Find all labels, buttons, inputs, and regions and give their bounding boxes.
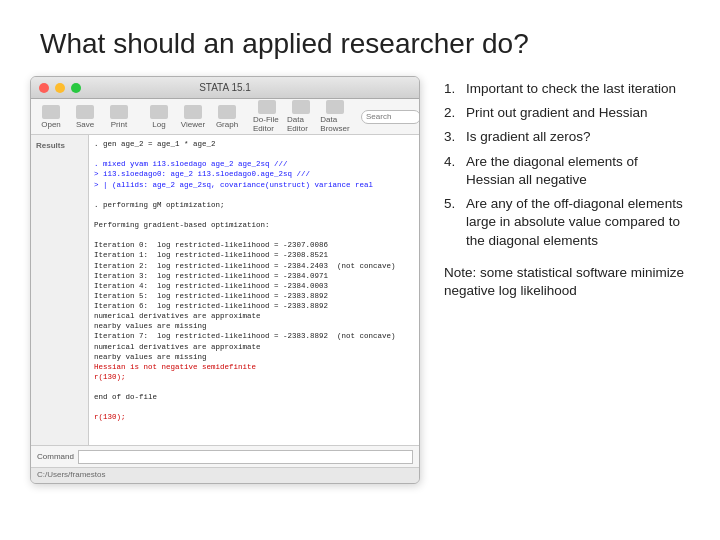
output-line: Iteration 5: log restricted-likelihood =… <box>94 291 414 301</box>
right-panel: 1. Important to check the last iteration… <box>444 76 690 300</box>
toolbar-viewer[interactable]: Viewer <box>179 105 207 129</box>
dofile-icon <box>258 100 276 114</box>
stata-body: Results . gen age_2 = age_1 * age_2 . mi… <box>31 135 419 445</box>
output-error-code: r(130); <box>94 372 414 382</box>
list-item-text: Print out gradient and Hessian <box>466 104 648 122</box>
toolbar-search: Search Help <box>361 108 420 126</box>
minimize-dot[interactable] <box>55 83 65 93</box>
list-item: 5. Are any of the off-diagonal elements … <box>444 195 690 250</box>
toolbar-log[interactable]: Log <box>145 105 173 129</box>
command-input[interactable] <box>78 450 413 464</box>
print-icon <box>110 105 128 119</box>
output-line <box>94 190 414 200</box>
open-icon <box>42 105 60 119</box>
list-item-text: Are the diagonal elements of Hessian all… <box>466 153 690 189</box>
stata-titlebar: STATA 15.1 <box>31 77 419 99</box>
output-line: nearby values are missing <box>94 352 414 362</box>
output-line <box>94 402 414 412</box>
output-line: Iteration 0: log restricted-likelihood =… <box>94 240 414 250</box>
list-item: 3. Is gradient all zeros? <box>444 128 690 146</box>
toolbar-dofile[interactable]: Do-File Editor <box>253 100 281 133</box>
output-line: Iteration 4: log restricted-likelihood =… <box>94 281 414 291</box>
list-item-text: Are any of the off-diagonal elements lar… <box>466 195 690 250</box>
log-icon <box>150 105 168 119</box>
output-line: > i13.sloedago0: age_2 i13.sloedago0.age… <box>94 169 414 179</box>
close-dot[interactable] <box>39 83 49 93</box>
search-input[interactable] <box>361 110 420 124</box>
output-hessian-warning: Hessian is not negative semidefinite <box>94 362 414 372</box>
toolbar-dataeditor[interactable]: Data Editor <box>287 100 315 133</box>
note-text: Note: some statistical software minimize… <box>444 264 690 300</box>
list-number: 3. <box>444 128 460 146</box>
output-line: nearby values are missing <box>94 321 414 331</box>
toolbar-databrowser[interactable]: Data Browser <box>321 100 349 133</box>
stata-toolbar: Open Save Print Log Viewer Graph <box>31 99 419 135</box>
graph-icon <box>218 105 236 119</box>
stata-statusbar: C:/Users/framestos <box>31 467 419 483</box>
dataeditor-icon <box>292 100 310 114</box>
output-line <box>94 230 414 240</box>
output-line <box>94 210 414 220</box>
toolbar-graph[interactable]: Graph <box>213 105 241 129</box>
output-line: Iteration 3: log restricted-likelihood =… <box>94 271 414 281</box>
toolbar-print[interactable]: Print <box>105 105 133 129</box>
output-line: Iteration 7: log restricted-likelihood =… <box>94 331 414 341</box>
maximize-dot[interactable] <box>71 83 81 93</box>
output-line: Iteration 1: log restricted-likelihood =… <box>94 250 414 260</box>
save-icon <box>76 105 94 119</box>
output-line <box>94 382 414 392</box>
stata-window: STATA 15.1 Open Save Print Log <box>30 76 420 484</box>
databrowser-icon <box>326 100 344 114</box>
list-item: 4. Are the diagonal elements of Hessian … <box>444 153 690 189</box>
output-line <box>94 149 414 159</box>
viewer-icon <box>184 105 202 119</box>
output-line: Iteration 6: log restricted-likelihood =… <box>94 301 414 311</box>
output-line: > | (allids: age_2 age_2sq, covariance(u… <box>94 180 414 190</box>
output-line: Iteration 2: log restricted-likelihood =… <box>94 261 414 271</box>
sidebar-label: Results <box>33 139 86 152</box>
stata-output-area[interactable]: . gen age_2 = age_1 * age_2 . mixed yvam… <box>89 135 419 445</box>
output-line: end of do-file <box>94 392 414 402</box>
list-number: 5. <box>444 195 460 250</box>
checklist: 1. Important to check the last iteration… <box>444 80 690 250</box>
stata-sidebar: Results <box>31 135 89 445</box>
content-area: STATA 15.1 Open Save Print Log <box>0 76 720 484</box>
output-line: numerical derivatives are approximate <box>94 311 414 321</box>
command-label: Command <box>37 452 74 461</box>
output-line: . performing gM optimization; <box>94 200 414 210</box>
list-item-text: Important to check the last iteration <box>466 80 676 98</box>
list-item: 1. Important to check the last iteration <box>444 80 690 98</box>
output-error-repeat: r(130); <box>94 412 414 422</box>
output-line: . mixed yvam i13.sloedago age_2 age_2sq … <box>94 159 414 169</box>
list-number: 2. <box>444 104 460 122</box>
toolbar-save[interactable]: Save <box>71 105 99 129</box>
stata-title-text: STATA 15.1 <box>199 82 251 93</box>
output-line: . gen age_2 = age_1 * age_2 <box>94 139 414 149</box>
list-item: 2. Print out gradient and Hessian <box>444 104 690 122</box>
list-number: 4. <box>444 153 460 189</box>
toolbar-open[interactable]: Open <box>37 105 65 129</box>
list-item-text: Is gradient all zeros? <box>466 128 591 146</box>
page-title: What should an applied researcher do? <box>0 0 720 76</box>
output-line: Performing gradient-based optimization: <box>94 220 414 230</box>
output-line: numerical derivatives are approximate <box>94 342 414 352</box>
list-number: 1. <box>444 80 460 98</box>
stata-command-bar: Command <box>31 445 419 467</box>
